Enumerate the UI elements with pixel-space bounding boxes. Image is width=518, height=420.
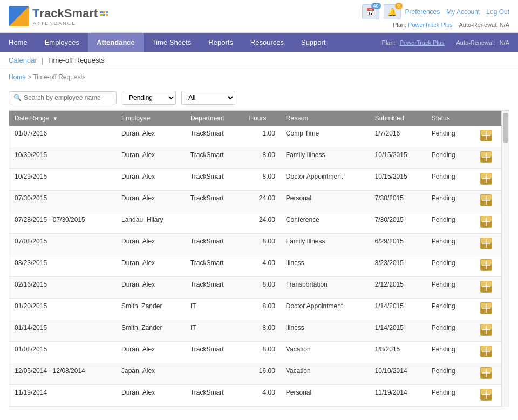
cell-employee: Duran, Alex: [116, 385, 185, 407]
cell-submitted: 10/10/2014: [370, 363, 426, 385]
cell-reason: Illness: [281, 255, 370, 277]
plan-link-nav[interactable]: PowerTrack Plus: [400, 39, 445, 46]
nav-home[interactable]: Home: [0, 33, 36, 52]
action-button[interactable]: [480, 389, 492, 401]
action-icon: [480, 151, 492, 163]
cell-action[interactable]: [472, 277, 501, 299]
cell-action[interactable]: [472, 385, 501, 407]
table-row: 01/20/2015 Smith, Zander IT 8.00 Doctor …: [9, 299, 501, 320]
cell-department: TrackSmart: [185, 147, 244, 169]
cell-reason: Personal: [281, 191, 370, 212]
search-box[interactable]: 🔍: [9, 91, 117, 104]
action-button[interactable]: [480, 346, 492, 357]
action-icon: [480, 259, 492, 271]
calendar-notifications[interactable]: 📅 40: [362, 4, 379, 19]
cell-date: 10/30/2015: [9, 147, 116, 169]
nav-employees[interactable]: Employees: [36, 33, 88, 52]
col-reason: Reason: [281, 111, 370, 126]
nav-support[interactable]: Support: [292, 33, 335, 52]
action-button[interactable]: [480, 281, 492, 293]
cell-submitted: 1/14/2015: [370, 320, 426, 342]
cell-reason: Conference: [281, 212, 370, 234]
header-links: Preferences My Account Log Out: [405, 8, 509, 16]
cell-date: 01/08/2015: [9, 342, 116, 363]
cell-reason: Comp Time: [281, 126, 370, 147]
action-button[interactable]: [480, 302, 492, 314]
cell-action[interactable]: [472, 255, 501, 277]
cell-action[interactable]: [472, 299, 501, 320]
cell-department: [185, 363, 244, 385]
cell-employee: Duran, Alex: [116, 342, 185, 363]
cell-reason: Doctor Appointment: [281, 169, 370, 191]
col-date-range[interactable]: Date Range ▼: [9, 111, 116, 126]
my-account-link[interactable]: My Account: [446, 8, 480, 16]
cell-employee: Duran, Alex: [116, 255, 185, 277]
action-button[interactable]: [480, 173, 492, 185]
cell-submitted: 10/15/2015: [370, 169, 426, 191]
action-button[interactable]: [480, 324, 492, 336]
cell-action[interactable]: [472, 191, 501, 212]
breadcrumb-arrow: >: [28, 73, 33, 81]
cell-hours: 8.00: [244, 169, 281, 191]
plan-label-nav: Plan:: [382, 39, 396, 46]
cell-department: IT: [185, 299, 244, 320]
grid-cell: [100, 14, 103, 16]
subnav-timeoff[interactable]: Time-off Requests: [47, 56, 105, 64]
grid-cell: [106, 14, 108, 16]
cell-action[interactable]: [472, 212, 501, 234]
nav-timesheets[interactable]: Time Sheets: [144, 33, 200, 52]
cell-action[interactable]: [472, 342, 501, 363]
cell-action[interactable]: [472, 320, 501, 342]
cell-action[interactable]: [472, 147, 501, 169]
table-row: 01/07/2016 Duran, Alex TrackSmart 1.00 C…: [9, 126, 501, 147]
nav-reports[interactable]: Reports: [200, 33, 242, 52]
preferences-link[interactable]: Preferences: [405, 8, 440, 16]
table-row: 07/30/2015 Duran, Alex TrackSmart 24.00 …: [9, 191, 501, 212]
nav-resources[interactable]: Resources: [242, 33, 292, 52]
plan-name[interactable]: PowerTrack Plus: [408, 22, 453, 28]
cell-status: Pending: [426, 255, 472, 277]
action-button[interactable]: [480, 216, 492, 228]
grid-cell: [106, 11, 108, 13]
subnav-separator: |: [42, 56, 43, 64]
col-date-range-label: Date Range: [15, 114, 49, 122]
plan-label: Plan:: [393, 22, 406, 28]
search-input[interactable]: [24, 94, 112, 101]
cell-department: TrackSmart: [185, 277, 244, 299]
action-button[interactable]: [480, 259, 492, 271]
breadcrumb-home[interactable]: Home: [9, 73, 26, 81]
cell-employee: Smith, Zander: [116, 320, 185, 342]
cell-action[interactable]: [472, 363, 501, 385]
cell-action[interactable]: [472, 234, 501, 255]
autorenewal-value: N/A: [500, 22, 509, 28]
action-button[interactable]: [480, 130, 492, 141]
cell-hours: 8.00: [244, 320, 281, 342]
status-filter[interactable]: Pending Approved Denied All: [122, 91, 176, 105]
action-icon: [480, 281, 492, 293]
action-button[interactable]: [480, 238, 492, 249]
cell-reason: Vacation: [281, 363, 370, 385]
cell-hours: 8.00: [244, 147, 281, 169]
scrollbar[interactable]: [501, 111, 509, 407]
nav-attendance[interactable]: Attendance: [88, 33, 144, 52]
cell-action[interactable]: [472, 126, 501, 147]
cell-department: TrackSmart: [185, 169, 244, 191]
table-row: 07/08/2015 Duran, Alex TrackSmart 8.00 F…: [9, 234, 501, 255]
cell-reason: Family Illness: [281, 147, 370, 169]
cell-hours: 16.00: [244, 363, 281, 385]
action-button[interactable]: [480, 194, 492, 206]
action-button[interactable]: [480, 367, 492, 379]
dept-filter[interactable]: All TrackSmart IT: [181, 91, 235, 105]
cell-hours: 4.00: [244, 385, 281, 407]
search-icon: 🔍: [13, 94, 22, 101]
alert-notifications[interactable]: 🔔 9: [384, 4, 401, 19]
cell-department: TrackSmart: [185, 126, 244, 147]
logo: T rackSmart ATTENDANCE: [9, 6, 108, 26]
table-row: 01/14/2015 Smith, Zander IT 8.00 Illness…: [9, 320, 501, 342]
logout-link[interactable]: Log Out: [486, 8, 509, 16]
cell-action[interactable]: [472, 169, 501, 191]
subnav-calendar[interactable]: Calendar: [9, 56, 37, 64]
cell-department: TrackSmart: [185, 342, 244, 363]
action-button[interactable]: [480, 151, 492, 163]
logo-subtitle: ATTENDANCE: [33, 21, 108, 26]
